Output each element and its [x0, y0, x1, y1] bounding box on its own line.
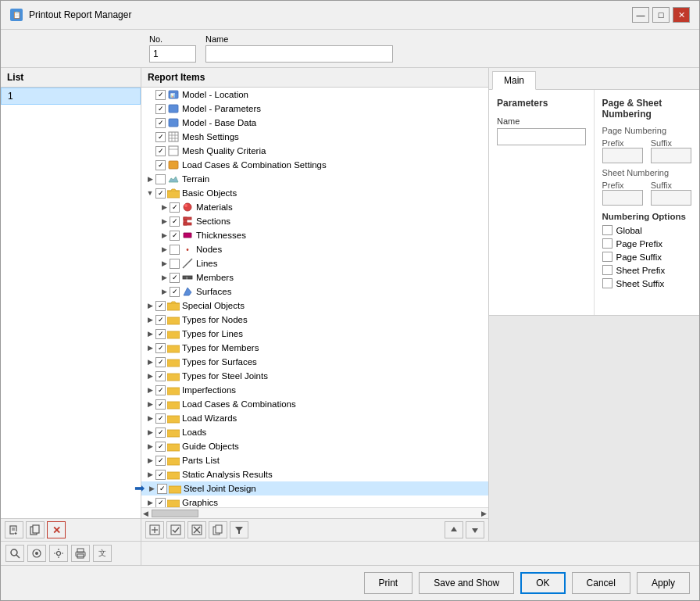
tree-item-thicknesses[interactable]: ▶ Thicknesses — [141, 228, 488, 242]
types-lines-expand[interactable]: ▶ — [145, 328, 155, 339]
tree-item-special[interactable]: ▶ Special Objects — [141, 299, 488, 313]
global-option-cb[interactable] — [602, 225, 612, 235]
static-expand[interactable]: ▶ — [145, 469, 155, 480]
ok-btn[interactable]: OK — [520, 572, 565, 594]
name-input[interactable] — [205, 45, 393, 63]
no-input[interactable] — [149, 45, 196, 63]
tree-item-sections[interactable]: ▶ Sections — [141, 214, 488, 228]
cb-nodes[interactable] — [170, 245, 180, 255]
maximize-btn[interactable]: □ — [652, 7, 670, 23]
copy-list-btn[interactable] — [26, 521, 45, 538]
save-and-show-btn[interactable]: Save and Show — [419, 572, 514, 594]
search-btn[interactable] — [5, 545, 24, 562]
tree-item-types-members[interactable]: ▶ Types for Members — [141, 341, 488, 355]
imperfections-expand[interactable]: ▶ — [145, 385, 155, 395]
sheet-suffix-option-cb[interactable] — [602, 278, 612, 288]
cb-types-lines[interactable] — [155, 329, 166, 339]
nodes-expand[interactable]: ▶ — [159, 244, 170, 255]
uncheck-all-btn[interactable] — [188, 521, 206, 538]
cb-parts[interactable] — [155, 456, 166, 466]
tree-item-model-params[interactable]: Model - Parameters — [141, 102, 488, 116]
sections-expand[interactable]: ▶ — [159, 216, 170, 227]
h-scroll-thumb[interactable] — [152, 510, 198, 517]
cb-imperfections[interactable] — [155, 385, 166, 395]
tree-item-types-steel[interactable]: ▶ Types for Steel Joints — [141, 369, 488, 383]
types-nodes-expand[interactable]: ▶ — [145, 314, 155, 325]
tree-item-steel-joint[interactable]: ➡ ▶ Steel Joint Design — [141, 481, 488, 495]
guide-expand[interactable]: ▶ — [145, 441, 155, 452]
sheet-prefix-option-cb[interactable] — [602, 265, 612, 275]
cb-surfaces[interactable] — [170, 287, 180, 297]
cancel-btn[interactable]: Cancel — [572, 572, 630, 594]
sheet-suffix-input[interactable] — [651, 190, 691, 206]
tree-item-model-base[interactable]: Model - Base Data — [141, 116, 488, 130]
cb-model-base[interactable] — [155, 118, 166, 128]
tree-item-materials[interactable]: ▶ Materials — [141, 200, 488, 214]
delete-btn[interactable]: ✕ — [47, 521, 66, 538]
graphics-expand[interactable]: ▶ — [145, 497, 155, 507]
tree-item-mesh-quality[interactable]: Mesh Quality Criteria — [141, 144, 488, 158]
tree-item-graphics[interactable]: ▶ Graphics — [141, 495, 488, 507]
basic-objects-expand[interactable]: ▼ — [145, 188, 155, 199]
loads-expand[interactable]: ▶ — [145, 427, 155, 438]
cb-guide[interactable] — [155, 442, 166, 452]
cb-load-wizards[interactable] — [155, 413, 166, 424]
cb-terrain[interactable] — [155, 174, 166, 184]
lines-expand[interactable]: ▶ — [159, 258, 170, 269]
language-btn[interactable]: 文 — [93, 545, 112, 562]
members-expand[interactable]: ▶ — [159, 272, 170, 283]
tree-item-terrain[interactable]: ▶ Terrain — [141, 172, 488, 186]
cb-special[interactable] — [155, 301, 166, 311]
cb-types-steel[interactable] — [155, 371, 166, 381]
cb-model-location[interactable] — [155, 90, 166, 100]
cb-static[interactable] — [155, 470, 166, 480]
minimize-btn[interactable]: — — [632, 7, 649, 23]
h-scrollbar[interactable]: ◀ ▶ — [141, 507, 488, 518]
steel-joint-expand[interactable]: ▶ — [146, 483, 157, 494]
tree-item-surfaces[interactable]: ▶ Surfaces — [141, 284, 488, 299]
tree-item-basic-objects[interactable]: ▼ Basic Objects — [141, 186, 488, 200]
cb-types-nodes[interactable] — [155, 315, 166, 325]
tree-item-mesh-settings[interactable]: Mesh Settings — [141, 130, 488, 144]
filter-btn[interactable] — [230, 521, 248, 538]
cb-mesh-quality[interactable] — [155, 146, 166, 156]
print-btn[interactable]: Print — [364, 572, 413, 594]
apply-btn[interactable]: Apply — [637, 572, 690, 594]
page-suffix-option-cb[interactable] — [602, 252, 612, 262]
check-all-btn[interactable] — [166, 521, 185, 538]
cb-types-members[interactable] — [155, 343, 166, 353]
tree-item-imperfections[interactable]: ▶ Imperfections — [141, 383, 488, 397]
terrain-expand[interactable]: ▶ — [145, 174, 155, 184]
cb-members[interactable] — [170, 273, 180, 283]
cb-lcc[interactable] — [155, 399, 166, 410]
cb-load-cases[interactable] — [155, 160, 166, 170]
name-param-input[interactable] — [497, 128, 586, 145]
cb-types-surfaces[interactable] — [155, 357, 166, 367]
types-surfaces-expand[interactable]: ▶ — [145, 356, 155, 367]
tree-item-load-wizards[interactable]: ▶ Load Wizards — [141, 411, 488, 425]
tree-item-loads[interactable]: ▶ Loads — [141, 425, 488, 439]
page-prefix-input[interactable] — [602, 148, 643, 163]
lcc-expand[interactable]: ▶ — [145, 399, 155, 410]
tab-main[interactable]: Main — [492, 71, 536, 90]
special-expand[interactable]: ▶ — [145, 300, 155, 311]
page-prefix-option-cb[interactable] — [602, 238, 612, 249]
cb-materials[interactable] — [170, 202, 180, 213]
move-down-btn[interactable] — [466, 521, 484, 538]
close-btn[interactable]: ✕ — [673, 7, 690, 23]
tree-item-members[interactable]: ▶ I Members — [141, 270, 488, 284]
tree-item-parts[interactable]: ▶ Parts List — [141, 453, 488, 467]
scroll-right-btn[interactable]: ▶ — [480, 510, 488, 517]
tree-item-load-cases[interactable]: Load Cases & Combination Settings — [141, 158, 488, 172]
navigate-btn[interactable] — [27, 545, 46, 562]
types-steel-expand[interactable]: ▶ — [145, 370, 155, 381]
surfaces-expand[interactable]: ▶ — [159, 286, 170, 297]
scroll-left-btn[interactable]: ◀ — [141, 510, 150, 517]
cb-steel-joint[interactable] — [157, 484, 167, 494]
cb-basic-objects[interactable] — [155, 188, 166, 199]
move-up-btn[interactable] — [445, 521, 463, 538]
parts-expand[interactable]: ▶ — [145, 455, 155, 466]
list-item-1[interactable]: 1 — [1, 88, 141, 105]
tree-area[interactable]: 📊 Model - Location Model - Parameters — [141, 88, 488, 507]
expand-all-btn[interactable] — [145, 521, 164, 538]
